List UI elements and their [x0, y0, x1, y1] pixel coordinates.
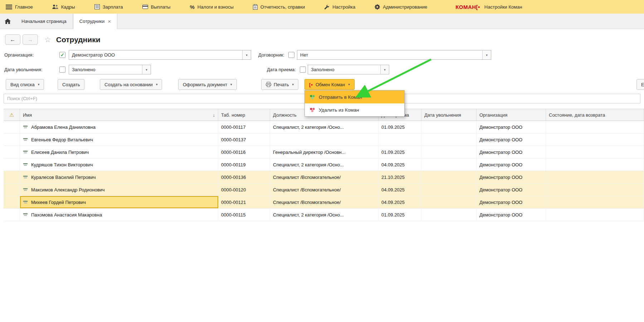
button-label: Печать	[274, 82, 289, 87]
column-header-state[interactable]: Состояние, дата возврата	[546, 109, 644, 121]
employee-dismiss-date	[421, 133, 477, 146]
table-row[interactable]: Максимов Александр Родионович 0000-00120…	[4, 184, 644, 196]
koman-logo: КОМАН[•	[455, 4, 480, 10]
filter-hire-input[interactable]	[308, 65, 380, 74]
close-icon[interactable]: ×	[108, 19, 111, 24]
tab-label: Начальная страница	[21, 19, 67, 24]
employee-number: 0000-00116	[218, 146, 270, 158]
employee-position: Специалист /Вспомогательное/	[270, 184, 379, 196]
employee-name-cell[interactable]: Елисеев Данила Петрович	[20, 146, 218, 158]
employee-name-cell[interactable]: Абрамова Елена Данииловна	[20, 121, 218, 133]
column-label: Имя	[23, 112, 32, 118]
menu-item-remove-from-koman[interactable]: Удалить из Коман	[305, 103, 404, 116]
percent-icon: %	[190, 4, 194, 10]
chevron-down-icon: ▾	[348, 83, 350, 86]
menu-item-label: Кадры	[61, 4, 75, 10]
employee-position: Генеральный директор /Основн...	[270, 146, 379, 158]
employee-name-cell[interactable]: Максимов Александр Родионович	[20, 184, 218, 196]
employee-hire-date: 04.09.2025	[379, 158, 421, 171]
card-icon	[142, 5, 148, 9]
employee-hire-date: 04.09.2025	[379, 196, 421, 208]
more-button[interactable]: Еще	[636, 79, 644, 90]
menu-item-label: Выплаты	[151, 4, 171, 10]
employee-org: Демонстратор ООО	[477, 121, 546, 133]
warning-cell	[4, 209, 20, 221]
employee-name-cell[interactable]: Евгеньев Федор Витальевич	[20, 133, 218, 146]
menu-item-personnel[interactable]: Кадры	[43, 0, 85, 14]
filter-hire-dropdown-button[interactable]: ▾	[380, 65, 389, 74]
filter-contractor-dropdown-button[interactable]: ▾	[482, 50, 491, 59]
create-based-on-button[interactable]: Создать на основании ▾	[100, 79, 162, 90]
menu-item-koman-settings[interactable]: Настройки Коман	[484, 4, 522, 10]
filter-org-checkbox[interactable]: ✓	[59, 52, 65, 58]
employee-state	[546, 146, 644, 158]
employee-state	[546, 133, 644, 146]
employees-table: ⚠ Имя ↓ Таб. номер Должность Дата приема…	[4, 109, 644, 221]
tab-employees[interactable]: Сотрудники ×	[73, 14, 117, 29]
table-row[interactable]: Абрамова Елена Данииловна 0000-00117 Спе…	[4, 121, 644, 133]
employee-name: Евгеньев Федор Витальевич	[31, 137, 93, 142]
menu-item-main[interactable]: Главное	[0, 0, 43, 14]
employee-number: 0000-00121	[218, 196, 270, 208]
filter-org-dropdown-button[interactable]: ▾	[242, 50, 251, 59]
employee-hire-date: 04.09.2025	[379, 184, 421, 196]
warning-cell	[4, 158, 20, 171]
employee-name-cell[interactable]: Пахомова Анастасия Макаровна	[20, 209, 218, 221]
table-row[interactable]: Кудряшов Тихон Викторович 0000-00119 Спе…	[4, 158, 644, 171]
column-header-number[interactable]: Таб. номер	[218, 109, 270, 121]
forward-arrow-icon: →	[28, 36, 33, 43]
table-row-selected[interactable]: Михеев Гордей Петрович 0000-00121 Специа…	[4, 196, 644, 209]
filter-org-field: ▾	[69, 50, 251, 60]
menu-item-settings[interactable]: Настройка	[314, 0, 365, 14]
table-row[interactable]: Пахомова Анастасия Макаровна 0000-00115 …	[4, 209, 644, 221]
tab-home-page[interactable]: Начальная страница	[15, 14, 73, 29]
filter-hire-checkbox[interactable]	[300, 67, 306, 73]
forward-button[interactable]: →	[23, 34, 38, 45]
filter-dismissal-input[interactable]	[69, 65, 142, 74]
menu-item-administration[interactable]: Администрирование	[365, 0, 437, 14]
menu-item-reports[interactable]: Отчетность, справки	[243, 0, 314, 14]
filter-dismissal-dropdown-button[interactable]: ▾	[142, 65, 151, 74]
button-label: Оформить документ	[183, 82, 227, 87]
column-header-org[interactable]: Организация	[477, 109, 546, 121]
table-row[interactable]: Елисеев Данила Петрович 0000-00116 Генер…	[4, 146, 644, 158]
employee-icon	[23, 138, 28, 141]
employee-name-cell[interactable]: Кудряшов Тихон Викторович	[20, 158, 218, 171]
make-document-button[interactable]: Оформить документ ▾	[178, 79, 237, 90]
employee-org: Демонстратор ООО	[477, 184, 546, 196]
column-header-name[interactable]: Имя ↓	[20, 109, 218, 121]
column-header-dismiss-date[interactable]: Дата увольнения	[421, 109, 477, 121]
menu-item-salary[interactable]: Зарплата	[85, 0, 133, 14]
menu-item-send-to-koman[interactable]: Отправить в Коман	[305, 91, 404, 103]
home-button[interactable]	[0, 14, 15, 29]
filter-org-input[interactable]	[69, 50, 242, 59]
menu-item-taxes[interactable]: % Налоги и взносы	[180, 0, 243, 14]
filter-dismissal-checkbox[interactable]	[59, 67, 65, 73]
print-button[interactable]: Печать ▾	[261, 79, 298, 90]
menu-item-label: Удалить из Коман	[319, 107, 359, 113]
employee-dismiss-date	[421, 171, 477, 183]
employee-number: 0000-00119	[218, 158, 270, 171]
warning-column-header[interactable]: ⚠	[4, 109, 20, 121]
employee-position: Специалист /Вспомогательное/	[270, 196, 379, 208]
chevron-down-icon: ▾	[246, 53, 248, 57]
favorite-star-icon[interactable]: ☆	[44, 35, 51, 44]
employee-number: 0000-00120	[218, 184, 270, 196]
button-label: Вид списка	[10, 82, 35, 87]
menu-item-payments[interactable]: Выплаты	[133, 0, 180, 14]
table-row[interactable]: Куралесов Василий Петрович 0000-00136 Сп…	[4, 171, 644, 184]
employee-icon	[23, 163, 28, 166]
employee-name-cell-selected[interactable]: Михеев Гордей Петрович	[20, 196, 218, 208]
chevron-down-icon: ▾	[486, 53, 488, 57]
button-label: Обмен Коман	[316, 82, 345, 87]
create-button[interactable]: Создать	[58, 79, 84, 90]
remove-from-koman-icon	[309, 107, 315, 112]
employee-name-cell[interactable]: Куралесов Василий Петрович	[20, 171, 218, 183]
view-list-button[interactable]: Вид списка ▾	[6, 79, 44, 90]
employee-name: Максимов Александр Родионович	[31, 187, 105, 192]
back-button[interactable]: ←	[5, 34, 20, 45]
koman-exchange-button[interactable]: [• Обмен Коман ▾	[304, 79, 355, 90]
filter-contractor-checkbox[interactable]	[288, 52, 294, 58]
table-row[interactable]: Евгеньев Федор Витальевич 0000-00137 Дем…	[4, 133, 644, 146]
filter-contractor-input[interactable]	[297, 50, 482, 59]
